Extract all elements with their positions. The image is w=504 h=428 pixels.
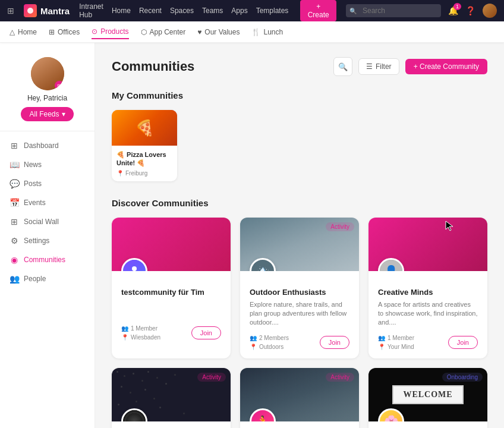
runners-header: Activity 🏃 (240, 368, 359, 421)
secondary-navigation: △ Home ⊞ Offices ⊙ Products ⬡ App Center… (0, 21, 504, 43)
page-header: Communities 🔍 ☰ Filter + Create Communit… (112, 57, 487, 76)
join-testcommunity-button[interactable]: Join (191, 326, 221, 339)
grid-menu-icon[interactable]: ⊞ (7, 6, 14, 15)
my-community-card-pizza[interactable]: 🍕 🍕 Pizza Lovers Unite! 🍕 📍 Freiburg (112, 110, 177, 181)
sidebar-username: Hey, Patricia (10, 94, 85, 102)
pizza-community-body: 🍕 Pizza Lovers Unite! 🍕 📍 Freiburg (112, 146, 177, 181)
top-nav-links: Intranet Hub Home Recent Spaces Teams Ap… (79, 2, 288, 19)
outdoor-members: 👥 2 Members (250, 335, 289, 341)
my-communities-section: My Communities 🍕 🍕 Pizza Lovers Unite! 🍕… (112, 90, 487, 181)
creative-desc: A space for artists and creatives to sho… (378, 300, 478, 328)
community-card-runners[interactable]: Activity 🏃 Runners Club (240, 368, 359, 428)
onboarding-badge: Onboarding (442, 373, 483, 382)
user-avatar-badge: ⊞ (55, 81, 64, 90)
sidebar-item-settings[interactable]: ⚙ Settings (0, 231, 94, 250)
sidebar-item-people[interactable]: 👥 People (0, 269, 94, 288)
creative-avatar: 👤 (378, 258, 404, 271)
help-button[interactable]: ❓ (465, 6, 475, 15)
testcommunity-desc (121, 300, 221, 318)
nav-link-intranet[interactable]: Intranet Hub (79, 2, 103, 19)
people-icon: 👥 (10, 274, 19, 284)
secnav-lunch[interactable]: 🍴 Lunch (251, 26, 283, 39)
app-logo: Mantra (24, 4, 70, 17)
secnav-home[interactable]: △ Home (10, 26, 37, 39)
settings-icon: ⚙ (10, 236, 19, 246)
outdoor-avatar: 🏔️ (250, 258, 276, 271)
sidebar-item-news[interactable]: 📖 News (0, 155, 94, 174)
all-feeds-button[interactable]: All Feeds ▾ (21, 107, 73, 121)
testcommunity-name: testcommunity für Tim (121, 288, 221, 297)
sidebar-item-events[interactable]: 📅 Events (0, 193, 94, 212)
runners-body: Runners Club (240, 421, 359, 428)
sidebar-item-social-wall[interactable]: ⊞ Social Wall (0, 212, 94, 231)
outdoor-desc: Explore nature, share trails, and plan g… (250, 300, 349, 328)
dashboard-icon: ⊞ (10, 141, 19, 150)
outdoor-location: 📍 Outdoors (250, 344, 289, 350)
nav-link-apps[interactable]: Apps (231, 7, 247, 15)
top-nav-right: 🔔 1 ❓ (346, 4, 497, 18)
nav-link-spaces[interactable]: Spaces (170, 7, 194, 15)
logo-text: Mantra (40, 6, 70, 16)
social-wall-icon: ⊞ (10, 217, 19, 226)
sidebar-item-posts[interactable]: 💬 Posts (0, 174, 94, 193)
create-community-button[interactable]: + Create Community (405, 59, 487, 74)
testcommunity-footer: 👥 1 Member 📍 Wiesbaden Join (121, 325, 221, 341)
onboarding-header: WELCOME Onboarding 🌸 (368, 368, 487, 421)
location-icon: 📍 (116, 170, 124, 177)
secnav-products[interactable]: ⊙ Products (92, 25, 128, 39)
community-card-tech[interactable]: Activity Tech Innovators (112, 368, 231, 428)
creative-name: Creative Minds (378, 288, 478, 297)
outdoor-badge: Activity (326, 222, 354, 231)
main-content: Communities 🔍 ☰ Filter + Create Communit… (95, 43, 504, 428)
community-card-onboarding[interactable]: WELCOME Onboarding 🌸 Onboarding Oasis (368, 368, 487, 428)
search-input[interactable] (346, 4, 441, 17)
community-card-creative[interactable]: 👤 Creative Minds A space for artists and… (368, 218, 487, 358)
our-values-icon: ♥ (197, 28, 201, 36)
secnav-app-center[interactable]: ⬡ App Center (141, 26, 186, 39)
notifications-button[interactable]: 🔔 1 (448, 6, 458, 15)
search-communities-button[interactable]: 🔍 (333, 57, 352, 76)
app-center-icon: ⬡ (141, 28, 147, 36)
sidebar-item-communities[interactable]: ◉ Communities (0, 250, 94, 269)
top-navigation: ⊞ Mantra Intranet Hub Home Recent Spaces… (0, 0, 504, 21)
secnav-our-values[interactable]: ♥ Our Values (197, 26, 240, 39)
page-title: Communities (112, 59, 194, 74)
search-icon: 🔍 (338, 62, 348, 71)
testcommunity-members: 👥 1 Member (121, 325, 160, 332)
nav-link-recent[interactable]: Recent (139, 7, 162, 15)
search-wrap (346, 4, 441, 17)
join-creative-button[interactable]: Join (448, 336, 478, 349)
testcommunity-header (112, 218, 231, 271)
sidebar-user-section: ⊞ Hey, Patricia All Feeds ▾ (0, 52, 94, 131)
onboarding-body: Onboarding Oasis (368, 421, 487, 428)
page-layout: ⊞ Hey, Patricia All Feeds ▾ ⊞ Dashboard … (0, 43, 504, 428)
sidebar: ⊞ Hey, Patricia All Feeds ▾ ⊞ Dashboard … (0, 43, 95, 428)
nav-link-home[interactable]: Home (112, 7, 131, 15)
nav-link-teams[interactable]: Teams (202, 7, 223, 15)
creative-body: Creative Minds A space for artists and c… (368, 271, 487, 358)
secnav-offices[interactable]: ⊞ Offices (49, 26, 80, 39)
creative-header: 👤 (368, 218, 487, 271)
testcommunity-location: 📍 Wiesbaden (121, 334, 160, 341)
join-outdoor-button[interactable]: Join (320, 336, 349, 349)
sidebar-item-dashboard[interactable]: ⊞ Dashboard (0, 136, 94, 155)
my-communities-title: My Communities (112, 90, 487, 100)
svg-point-1 (132, 266, 137, 271)
runners-badge: Activity (326, 373, 354, 382)
tech-body: Tech Innovators (112, 421, 231, 428)
products-icon: ⊙ (92, 27, 97, 36)
filter-button[interactable]: ☰ Filter (358, 58, 399, 75)
user-avatar-top[interactable] (483, 4, 497, 18)
creative-location: 📍 Your Mind (378, 344, 414, 350)
create-button[interactable]: + Create (300, 0, 336, 21)
location-icon: 📍 (121, 334, 128, 341)
nav-link-templates[interactable]: Templates (256, 7, 289, 15)
user-avatar: ⊞ (31, 57, 64, 90)
community-grid: testcommunity für Tim 👥 1 Member 📍 (112, 218, 487, 428)
community-card-outdoor[interactable]: Activity 🏔️ Outdoor Enthusiasts Explore … (240, 218, 359, 358)
community-card-testcommunity[interactable]: testcommunity für Tim 👥 1 Member 📍 (112, 218, 231, 358)
events-icon: 📅 (10, 198, 19, 207)
pizza-community-name: 🍕 Pizza Lovers Unite! 🍕 (116, 150, 172, 168)
members-icon: 👥 (250, 335, 257, 341)
location-icon: 📍 (378, 344, 385, 350)
